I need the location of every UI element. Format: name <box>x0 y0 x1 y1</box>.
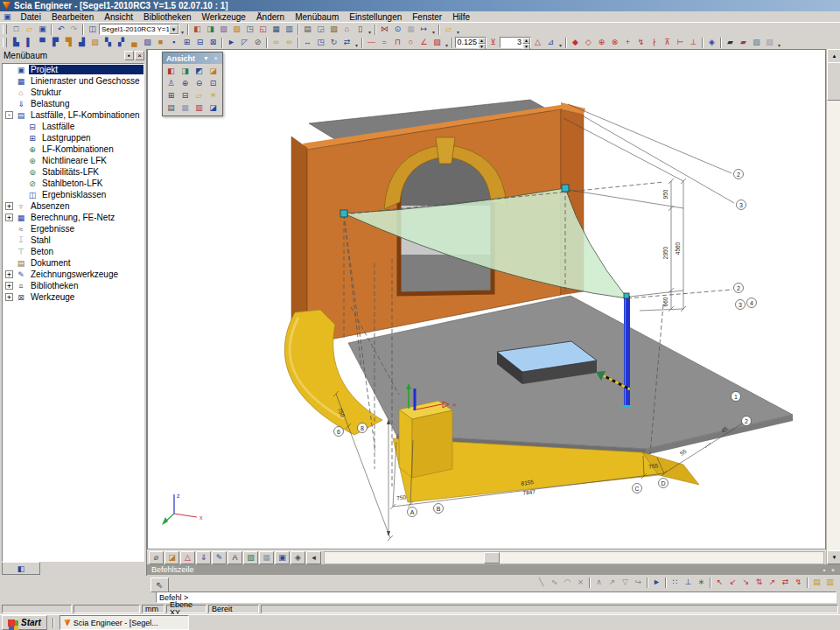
snap-direction-icon[interactable]: ↗ <box>606 577 619 588</box>
snap-vertex-icon[interactable]: ∧ <box>592 577 606 588</box>
start-button[interactable]: Start <box>2 615 47 630</box>
free-node-tool-icon[interactable]: ⊞ <box>180 37 193 48</box>
snap-points-a-icon[interactable]: ∞ <box>270 37 283 48</box>
open-view-icon[interactable]: ▱ <box>192 90 206 102</box>
tree-item-struktur[interactable]: ⌂Struktur <box>3 87 144 98</box>
scroll-up-icon[interactable]: ▲ <box>827 49 840 63</box>
toolbar-overflow-icon[interactable]: ▾ <box>354 37 360 48</box>
cut-member-icon[interactable]: ∤ <box>648 37 661 48</box>
document-library-icon[interactable]: ▧ <box>327 24 340 35</box>
tree-item-lastgruppen[interactable]: ⊞Lastgruppen <box>3 132 144 144</box>
view-xz-icon[interactable]: ◨ <box>178 66 192 77</box>
tree-item-berechnung-fe-netz[interactable]: +▦Berechnung, FE-Netz <box>3 212 144 223</box>
layer-manager-a-icon[interactable]: ▨ <box>750 37 763 48</box>
model-viewport[interactable]: 950 2950 660 4560 750 8155 7847 755 <box>147 49 826 550</box>
section-display-icon[interactable]: ⊿ <box>544 37 557 48</box>
tree-toggle-icon[interactable]: - <box>5 111 13 119</box>
layout-manager-icon[interactable]: ◱ <box>256 24 270 35</box>
tree-item-dokument[interactable]: ▤Dokument <box>3 257 144 269</box>
layer-all-icon[interactable]: ▥ <box>823 577 836 588</box>
tree-item-zeichnungswerkzeuge[interactable]: +✎Zeichnungswerkzeuge <box>3 269 144 280</box>
break-member-icon[interactable]: ⊢ <box>674 37 687 48</box>
ghost-grid-icon[interactable]: ▦ <box>404 24 417 35</box>
snap-circle-icon[interactable]: ◠ <box>561 577 574 588</box>
bar-collapse-icon[interactable]: ◂ <box>306 551 321 564</box>
toolbar-overflow-icon[interactable]: ▾ <box>557 37 564 48</box>
tree-toggle-icon[interactable]: + <box>5 202 13 210</box>
show-loads-icon[interactable]: ⇓ <box>196 551 211 564</box>
snap-endpoint-icon[interactable]: ↖ <box>713 577 726 588</box>
tree-item-beton[interactable]: ⊤Beton <box>3 246 144 257</box>
light-toggle-icon[interactable]: ☀ <box>206 90 220 102</box>
page-setup-icon[interactable]: ▯ <box>354 24 367 35</box>
model-canvas[interactable]: 950 2950 660 4560 750 8155 7847 755 <box>148 50 826 550</box>
move-icon[interactable]: ↔ <box>301 37 314 48</box>
opening-tool-icon[interactable]: ▜ <box>62 37 75 48</box>
snap-node-icon[interactable]: ↯ <box>792 577 805 588</box>
tree-toggle-icon[interactable]: + <box>5 270 13 278</box>
snap-off-icon[interactable]: ⨯ <box>574 577 587 588</box>
tree-item-stahlbeton-lfk[interactable]: ⊘Stahlbeton-LFK <box>3 178 144 189</box>
toolbar-overflow-icon[interactable]: ▾ <box>367 24 373 35</box>
zoom-previous-icon[interactable]: ⊟ <box>178 90 192 102</box>
shading-mode-icon[interactable]: ◪ <box>164 551 179 564</box>
show-labels-icon[interactable]: ✎ <box>212 551 227 564</box>
tree-item-belastung[interactable]: ⇓Belastung <box>3 98 144 109</box>
column-tool-icon[interactable]: ▌ <box>23 37 36 48</box>
snap-points-b-icon[interactable]: ∞ <box>283 37 296 48</box>
tree-item-stahl[interactable]: ⌶Stahl <box>3 234 144 246</box>
snap-line-icon[interactable]: ╲ <box>535 577 548 588</box>
view-axo-icon[interactable]: ◪ <box>206 66 220 77</box>
toolbar-overflow-icon[interactable]: ▾ <box>430 24 437 35</box>
draw-parallel-icon[interactable]: = <box>378 37 391 48</box>
image-export-icon[interactable]: ▧ <box>217 24 230 35</box>
rib-tool-icon[interactable]: ▟ <box>75 37 88 48</box>
intersect-member-icon[interactable]: ⊼ <box>661 37 674 48</box>
vertical-scrollbar[interactable]: ▲ ▼ <box>826 49 840 564</box>
new-project-icon[interactable]: □ <box>10 24 23 35</box>
zoom-out-icon[interactable]: ⊖ <box>192 78 206 89</box>
scroll-down-icon[interactable]: ▼ <box>827 550 840 564</box>
save-project-icon[interactable]: ▣ <box>36 24 49 35</box>
load-display-icon[interactable]: + <box>621 37 634 48</box>
menu-einstellungen[interactable]: Einstellungen <box>344 11 407 23</box>
tree-item-lastfälle-lf-kombinationen[interactable]: -▤Lastfälle, LF-Kombinationen <box>3 109 144 121</box>
grid-step-spinner-up-icon[interactable]: ▲ <box>522 38 530 44</box>
project-selector-dropdown-icon[interactable]: ▼ <box>169 24 178 34</box>
cursor-snap-settings-icon[interactable]: ► <box>650 577 663 588</box>
load-panel-tool-icon[interactable]: ▨ <box>141 37 154 48</box>
snap-perpendicular-icon[interactable]: ↘ <box>739 577 752 588</box>
line-grid-icon[interactable]: ⊥ <box>682 577 695 588</box>
toolbar-overflow-icon[interactable]: ▾ <box>444 37 450 48</box>
snap-curve-icon[interactable]: ↪ <box>632 577 645 588</box>
dimension-style-icon[interactable]: ⊻ <box>486 37 500 48</box>
horizontal-scrollbar-thumb[interactable] <box>484 552 500 564</box>
toolbar-overflow-icon[interactable]: ▾ <box>455 24 461 35</box>
command-panel-header[interactable]: Befehlszeile ▪ × <box>147 564 840 575</box>
view-palette[interactable]: Ansicht ▼ × ◧◨◩◪♙⊕⊖⊡⊞⊟▱☀▤▦▥◪ <box>162 52 223 116</box>
tree-item-stabilitäts-lfk[interactable]: ⊚Stabilitäts-LFK <box>3 166 144 178</box>
menu-datei[interactable]: Datei <box>16 11 46 23</box>
zoom-all-icon[interactable]: ♙ <box>164 78 178 89</box>
snap-master-icon[interactable]: ∗ <box>695 577 708 588</box>
node-display-icon[interactable]: ◆ <box>569 37 582 48</box>
mirror-icon[interactable]: ⇄ <box>340 37 354 48</box>
redo-icon[interactable]: ↷ <box>67 24 80 35</box>
beam-tool-icon[interactable]: ▀ <box>36 37 49 48</box>
view-xy-icon[interactable]: ◧ <box>164 66 178 77</box>
gallery-icon[interactable]: ⌂ <box>340 24 354 35</box>
menu-bearbeiten[interactable]: Bearbeiten <box>46 11 99 23</box>
tree-item-projekt[interactable]: ▣Projekt <box>3 64 144 75</box>
moment-display-icon[interactable]: ↯ <box>634 37 648 48</box>
slab-tool-icon[interactable]: ▛ <box>49 37 62 48</box>
block-tool-icon[interactable]: ■ <box>154 37 167 48</box>
taskbar-task-button[interactable]: Scia Engineer - [Segel... <box>60 615 189 630</box>
close-service-icon[interactable]: ↦ <box>417 24 430 35</box>
send-view-icon[interactable]: ▦ <box>178 102 192 114</box>
new-folder-icon[interactable]: ▱ <box>442 24 455 35</box>
layer-manager-b-icon[interactable]: ▨ <box>763 37 776 48</box>
tree-item-absenzen[interactable]: +▿Absenzen <box>3 200 144 212</box>
color-palette-icon[interactable]: ▦ <box>259 551 274 564</box>
rotate-icon[interactable]: ↻ <box>327 37 340 48</box>
zoom-selection-icon[interactable]: ⊞ <box>164 90 178 102</box>
